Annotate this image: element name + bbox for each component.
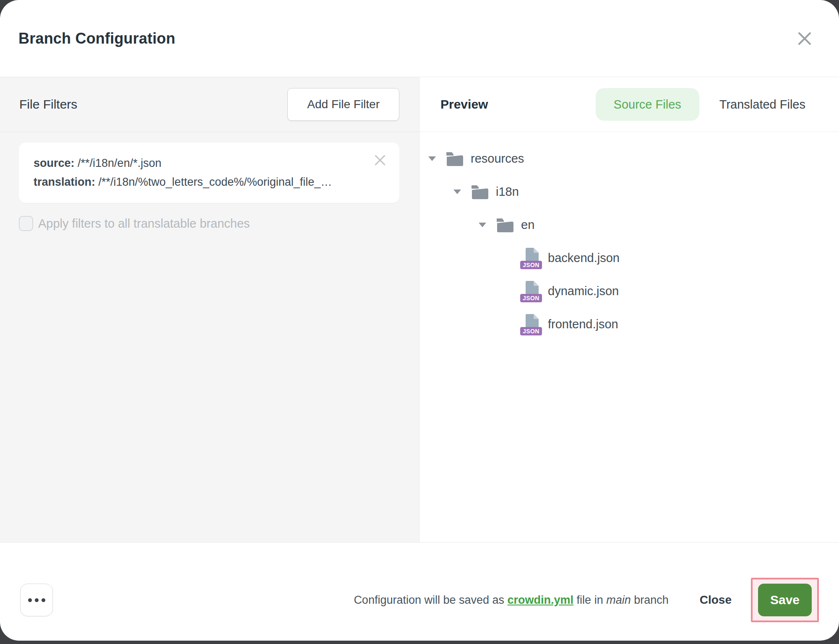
save-button[interactable]: Save [758, 584, 812, 616]
tree-item-label: resources [471, 152, 524, 166]
tree-item-label: i18n [496, 185, 519, 199]
tab-source-files[interactable]: Source Files [596, 88, 699, 121]
dialog-footer: Configuration will be saved as crowdin.y… [0, 542, 839, 641]
filter-source-value: /**/i18n/en/*.json [75, 157, 162, 169]
collapse-toggle[interactable] [472, 223, 492, 227]
add-file-filter-button[interactable]: Add File Filter [287, 88, 399, 121]
branch-configuration-dialog: Branch Configuration File Filters Add Fi… [0, 0, 839, 641]
tree-item-label: backend.json [548, 251, 620, 265]
page-title: Branch Configuration [18, 30, 175, 47]
apply-filters-row: Apply filters to all translatable branch… [19, 216, 399, 231]
save-location-message: Configuration will be saved as crowdin.y… [354, 594, 668, 607]
chevron-down-icon [453, 190, 461, 194]
tree-row[interactable]: JSON backend.json [420, 242, 839, 275]
dialog-body: File Filters Add File Filter source: /**… [0, 77, 839, 542]
tree-row[interactable]: i18n [420, 175, 839, 208]
apply-filters-label: Apply filters to all translatable branch… [38, 217, 250, 231]
ellipsis-icon [28, 598, 32, 602]
json-file-icon: JSON [520, 314, 540, 335]
json-badge: JSON [520, 294, 542, 302]
collapse-toggle[interactable] [447, 190, 467, 194]
close-icon [797, 31, 813, 47]
folder-icon [471, 184, 488, 200]
preview-heading: Preview [440, 97, 488, 112]
file-tree: resources i18n en [420, 132, 839, 341]
save-button-highlight: Save [751, 578, 819, 622]
preview-header: Preview Source Files Translated Files [420, 77, 839, 132]
more-options-button[interactable] [20, 584, 53, 616]
apply-filters-checkbox[interactable] [19, 216, 33, 231]
json-badge: JSON [520, 327, 542, 335]
remove-filter-button[interactable] [371, 151, 389, 169]
file-filters-panel: File Filters Add File Filter source: /**… [0, 77, 420, 542]
tree-row[interactable]: resources [420, 142, 839, 175]
folder-icon [496, 218, 513, 233]
tree-row[interactable]: JSON frontend.json [420, 308, 839, 341]
filter-source-line: source: /**/i18n/en/*.json [34, 154, 349, 173]
dialog-header: Branch Configuration [0, 0, 839, 77]
chevron-down-icon [428, 156, 436, 161]
file-filter-card: source: /**/i18n/en/*.json translation: … [19, 143, 399, 203]
tree-item-label: frontend.json [548, 317, 618, 331]
filter-translation-label: translation: [34, 176, 95, 188]
close-button[interactable]: Close [697, 593, 734, 607]
dialog-close-button[interactable] [794, 28, 816, 49]
tree-item-label: dynamic.json [548, 284, 619, 298]
preview-tabs: Source Files Translated Files [596, 88, 805, 121]
file-filters-heading: File Filters [19, 97, 77, 112]
json-file-icon: JSON [520, 247, 540, 269]
tree-item-label: en [521, 218, 534, 232]
folder-icon [446, 151, 463, 166]
chevron-down-icon [479, 223, 486, 227]
crowdin-yml-link[interactable]: crowdin.yml [508, 594, 574, 606]
filter-translation-value: /**/i18n/%two_letters_code%/%original_fi… [95, 176, 332, 188]
tree-row[interactable]: JSON dynamic.json [420, 275, 839, 308]
filter-source-label: source: [34, 157, 75, 169]
file-filters-header: File Filters Add File Filter [0, 77, 419, 132]
file-filters-content: source: /**/i18n/en/*.json translation: … [0, 132, 419, 231]
preview-panel: Preview Source Files Translated Files re… [420, 77, 839, 542]
collapse-toggle[interactable] [422, 156, 442, 161]
tree-row[interactable]: en [420, 208, 839, 242]
remove-filter-x-icon [373, 153, 387, 168]
json-badge: JSON [520, 261, 542, 269]
branch-name: main [606, 594, 631, 606]
filter-translation-line: translation: /**/i18n/%two_letters_code%… [34, 173, 349, 192]
json-file-icon: JSON [520, 280, 540, 302]
tab-translated-files[interactable]: Translated Files [719, 98, 805, 112]
